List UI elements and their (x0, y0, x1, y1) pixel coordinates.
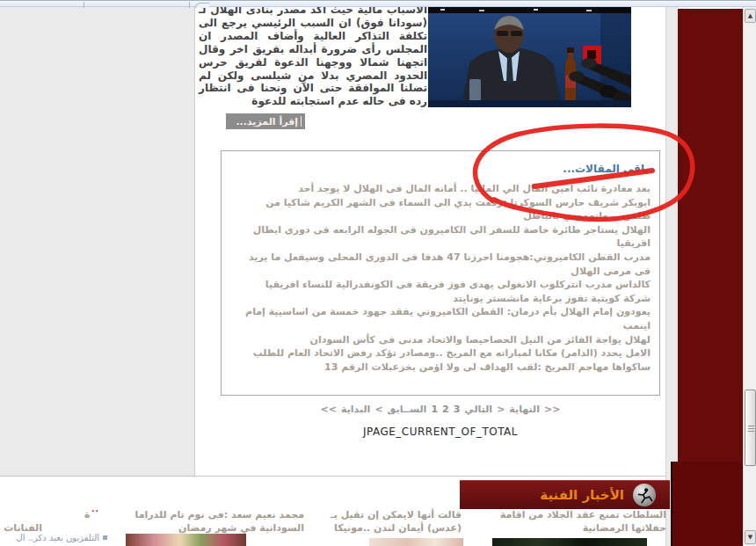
red-marks: .. (91, 505, 99, 513)
arts-thumbnail[interactable] (126, 534, 246, 546)
tv-news-link[interactable]: التلفزيون يعيد ذكر.. ال (0, 533, 107, 542)
article-link[interactable]: مدرب القطن الكاميروني:هجومنا احرزنا 47 ه… (234, 251, 651, 278)
browser-viewport: الأسباب مالية حيث أكد مصدر بنادى الهلال … (0, 0, 756, 546)
press-conference-photo (428, 7, 631, 107)
scroll-up-icon[interactable]: ▲ (745, 9, 756, 23)
footer-side-banner (671, 462, 743, 546)
pagination-page-1[interactable]: 1 (431, 404, 438, 415)
arts-news-title: الأخبار الفنية (540, 487, 624, 503)
runner-icon (633, 484, 656, 506)
browser-chrome-strip (0, 0, 756, 7)
arts-headline[interactable]: محمد نعيم سعد :فى نوم تام للدراما السودا… (101, 509, 304, 535)
arts-headline[interactable]: السلطات تمنع عقد الجلاد من اقامة حفلاتها… (466, 509, 666, 535)
read-more-label: إقرأ المزيد... (236, 116, 298, 127)
arts-headline-fragment: ة (84, 509, 91, 521)
pagination-end-arrows: << (321, 404, 337, 415)
remaining-articles-title-link[interactable]: باقي المقالات... (563, 163, 649, 175)
tab-corner (195, 3, 209, 8)
article-link[interactable]: ابوبكر شريف حارس السوكرتا :رفعت يدي الى … (234, 196, 651, 223)
pagination-last-link[interactable]: النهاية (509, 404, 540, 415)
tab-separator (189, 2, 190, 8)
arts-thumbnail[interactable] (492, 538, 647, 546)
pagination-page-3[interactable]: 3 (454, 404, 461, 415)
arts-headline[interactable]: قالت أنها لايمكن إن تقبل بـ (عدس) أيمان … (309, 509, 462, 535)
scrollbar-grip (748, 426, 754, 426)
article-link[interactable]: يعودون إمام الهلال بأم درمان: القطن الكا… (234, 305, 651, 332)
scroll-down-icon[interactable]: ▼ (745, 530, 756, 544)
article-link[interactable]: شركة كويتية تفوز برعاية مانشستر يونايتد (234, 292, 651, 306)
read-more-button[interactable]: إقرأ المزيد... (226, 113, 305, 129)
remaining-articles-box: باقي المقالات... بعد مغادرة نائب امين ال… (221, 150, 660, 396)
page-left-gutter (0, 7, 195, 476)
article-link[interactable]: بعد مغادرة نائب امين المال الي المانيا .… (234, 182, 651, 196)
vertical-scrollbar[interactable]: ▲ ▼ (743, 7, 756, 546)
article-list: بعد مغادرة نائب امين المال الي المانيا .… (234, 182, 651, 374)
pagination-end-arrows: >> (544, 404, 560, 415)
article-link[interactable]: لهلال يواجة الفائز من النيل الحصاحيصا وا… (234, 333, 651, 347)
article-link[interactable]: ساكواها مهاجم المريخ :لقب الهداف لى ولا … (234, 360, 651, 375)
tv-news-link-label: التلفزيون يعيد ذكر.. ال (16, 533, 99, 542)
article-link[interactable]: كالداس مدرب انتركلوب الانغولى يهدى فوز ف… (234, 278, 651, 292)
pagination-arrow: < (374, 404, 382, 415)
scrollbar-thumb[interactable] (745, 389, 756, 466)
pagination-next-link[interactable]: التالي (464, 404, 492, 415)
page-counter-placeholder: JPAGE_CURRENT_OF_TOTAL (221, 426, 660, 438)
arts-news-header-bar: الأخبار الفنية (460, 480, 670, 509)
pagination-start-link[interactable]: البداية (341, 404, 370, 415)
section-divider (0, 476, 665, 477)
article-link[interactable]: الامل يحدد (الدامر) مكانا لمباراته مع ال… (234, 346, 651, 360)
pagination-arrow: > (497, 404, 505, 415)
pagination-page-2[interactable]: 2 (442, 404, 449, 415)
pagination-prev-link[interactable]: الســابق (388, 404, 427, 415)
bullet-icon (103, 535, 107, 540)
pagination: << البداية < الســابق 1 2 3 التالي > الن… (221, 404, 660, 415)
arts-thumbnail[interactable] (369, 538, 463, 546)
article-intro-paragraph: الأسباب مالية حيث أكد مصدر بنادى الهلال … (199, 4, 427, 108)
text-cursor-bar (301, 116, 302, 127)
article-link[interactable]: الهلال يستاجر طائرة خاصة للسفر الى الكام… (234, 223, 651, 251)
tab-separator (84, 2, 84, 8)
